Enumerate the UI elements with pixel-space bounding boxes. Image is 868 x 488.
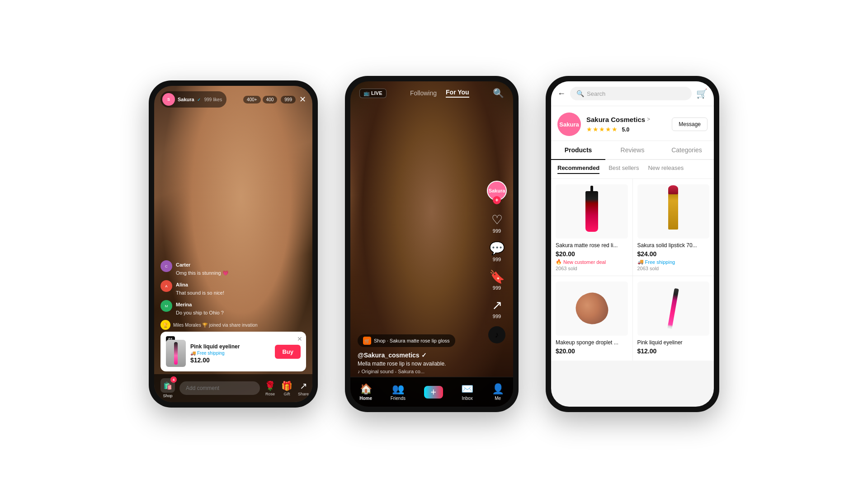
verified-icon: ✓ (197, 97, 201, 102)
gift-button[interactable]: 🎁 Gift (281, 380, 292, 396)
chat-text-alina: That sound is so nice! (176, 290, 224, 296)
share-icon-feed: ↗ (492, 298, 502, 313)
shop-info: Sakura Cosmetics > ★★★★★ 5.0 (586, 116, 666, 133)
me-label: Me (495, 396, 501, 401)
inbox-label: Inbox (462, 396, 472, 401)
feed-username[interactable]: @Sakura_cosmetics ✓ (358, 352, 506, 359)
nav-inbox[interactable]: ✉️ Inbox (461, 383, 473, 401)
viewer-badge-2: 400 (263, 96, 278, 103)
search-icon-feed[interactable]: 🔍 (493, 88, 504, 99)
shop-name-row: Sakura Cosmetics > (586, 116, 666, 123)
nav-home[interactable]: 🏠 Home (359, 383, 372, 401)
shop-icon-wrap: 🛍️ 4 (160, 378, 175, 393)
share-button[interactable]: ↗ Share (298, 380, 309, 396)
free-shipping-badge-2: 🚚 Free shipping (637, 259, 710, 265)
new-customer-deal-badge: 🔥 New customer deal (556, 259, 628, 265)
product-name-2: Sakura solid lipstick 70... (637, 242, 710, 249)
message-button[interactable]: Message (672, 117, 708, 131)
shop-profile: Sakura Sakura Cosmetics > ★★★★★ 5.0 Mess… (551, 106, 714, 141)
chat-overlay: C Carter Omg this is stunning 💗 A Alina … (160, 260, 306, 330)
phone-feed: 📺 LIVE Following For You 🔍 Sakura + ♡ 99… (345, 76, 519, 412)
back-button[interactable]: ← (557, 89, 566, 99)
chat-user-alina: Alina (176, 282, 188, 287)
product-image-4 (637, 282, 710, 336)
product-item-1[interactable]: Sakura matte rose red li... $20.00 🔥 New… (551, 179, 632, 276)
create-button[interactable]: + (424, 386, 443, 399)
product-item-3[interactable]: Makeup sponge droplet ... $20.00 (551, 276, 632, 361)
shopping-bag-icon: 🛍️ (163, 381, 172, 390)
close-live-button[interactable]: ✕ (299, 94, 306, 104)
chat-user-carter: Carter (176, 262, 190, 267)
cart-button[interactable]: 🛒 (696, 88, 708, 99)
product-item-2[interactable]: Sakura solid lipstick 70... $24.00 🚚 Fre… (633, 179, 714, 276)
product-image-2 (637, 184, 710, 239)
chat-message-1: C Carter Omg this is stunning 💗 (160, 260, 306, 277)
share-count: 999 (493, 314, 501, 319)
chat-avatar-alina: A (160, 280, 172, 292)
fire-icon: 🔥 (556, 259, 562, 265)
streamer-avatar: S (162, 93, 175, 106)
chat-avatar-merina: M (160, 300, 172, 312)
creator-follow-area[interactable]: Sakura + (487, 181, 507, 201)
likes-count: 999 likes (204, 97, 222, 102)
phone-shop: ← 🔍 Search 🛒 Sakura Sakura Cosmetics > ★… (546, 76, 719, 412)
feed-right-sidebar: Sakura + ♡ 999 💬 999 🔖 999 ↗ 999 ♪ (487, 181, 507, 343)
bottom-navigation: 🏠 Home 👥 Friends + ✉️ Inbox 👤 Me (350, 377, 513, 407)
feed-tabs: Following For You (410, 89, 469, 98)
sold-count-2: 2063 sold (637, 266, 710, 271)
viewer-badge-1: 400+ (243, 96, 261, 103)
bookmark-action[interactable]: 🔖 999 (489, 269, 505, 291)
product-price-2: $24.00 (637, 250, 710, 258)
eyeliner-pink-icon (668, 288, 679, 329)
subtab-new-releases[interactable]: New releases (648, 164, 684, 174)
product-price-3: $20.00 (556, 347, 628, 355)
shop-main-tabs: Products Reviews Categories (551, 141, 714, 160)
free-shipping-badge: 🚚 Free shipping (190, 351, 270, 356)
subtab-best-sellers[interactable]: Best sellers (609, 164, 639, 174)
shop-tag[interactable]: 🛒 Shop · Sakura matte rose lip gloss (358, 334, 455, 347)
streamer-name: Sakura (178, 97, 194, 102)
star-rating-icon: ★★★★★ (586, 126, 618, 133)
live-badge: 📺 LIVE (359, 89, 387, 98)
tab-foryou[interactable]: For You (446, 89, 469, 98)
live-bottom-bar: 🛍️ 4 Shop 🌹 Rose 🎁 Gift ↗ Share (154, 374, 312, 402)
like-count: 999 (493, 228, 501, 234)
tab-reviews[interactable]: Reviews (605, 141, 660, 159)
product-name-1: Sakura matte rose red li... (556, 242, 628, 249)
home-icon: 🏠 (360, 383, 372, 395)
search-placeholder: Search (587, 90, 605, 97)
comment-icon: 💬 (489, 241, 505, 256)
shop-name[interactable]: Sakura Cosmetics (586, 116, 645, 123)
nav-friends[interactable]: 👥 Friends (391, 383, 406, 401)
buy-button[interactable]: Buy (275, 345, 301, 359)
rose-button[interactable]: 🌹 Rose (264, 380, 276, 396)
shop-sub-tabs: Recommended Best sellers New releases (551, 160, 714, 179)
tab-products[interactable]: Products (551, 141, 605, 160)
sold-count-1: 2063 sold (556, 266, 628, 271)
tab-following[interactable]: Following (410, 89, 437, 97)
gift-icon: 🎁 (281, 380, 292, 391)
follow-plus-icon: + (493, 196, 501, 204)
like-action[interactable]: ♡ 999 (491, 212, 503, 234)
comment-input[interactable] (179, 381, 260, 395)
share-action[interactable]: ↗ 999 (492, 298, 502, 319)
shop-avatar: Sakura (557, 113, 581, 136)
truck-icon-2: 🚚 (637, 259, 644, 265)
product-image-1 (556, 184, 628, 239)
shop-button[interactable]: 🛍️ 4 Shop (160, 378, 175, 398)
nav-me[interactable]: 👤 Me (492, 383, 504, 401)
bookmark-icon: 🔖 (489, 269, 505, 284)
search-bar[interactable]: 🔍 Search (570, 87, 692, 100)
streamer-profile-badge[interactable]: S Sakura ✓ 999 likes (160, 91, 226, 108)
product-price-live: $12.00 (190, 357, 270, 364)
shop-rating-row: ★★★★★ 5.0 (586, 125, 666, 133)
shop-tag-icon: 🛒 (363, 337, 371, 345)
product-card-close[interactable]: ✕ (297, 335, 302, 343)
system-icon: 🏆 (160, 320, 170, 330)
product-image-live (166, 340, 186, 367)
product-item-4[interactable]: Pink liquid eyeliner $12.00 (633, 276, 714, 361)
comment-action[interactable]: 💬 999 (489, 241, 505, 262)
tab-categories[interactable]: Categories (660, 141, 714, 159)
system-message: 🏆 Miles Morales 🏆 joined via share invat… (160, 320, 306, 330)
subtab-recommended[interactable]: Recommended (557, 164, 599, 174)
